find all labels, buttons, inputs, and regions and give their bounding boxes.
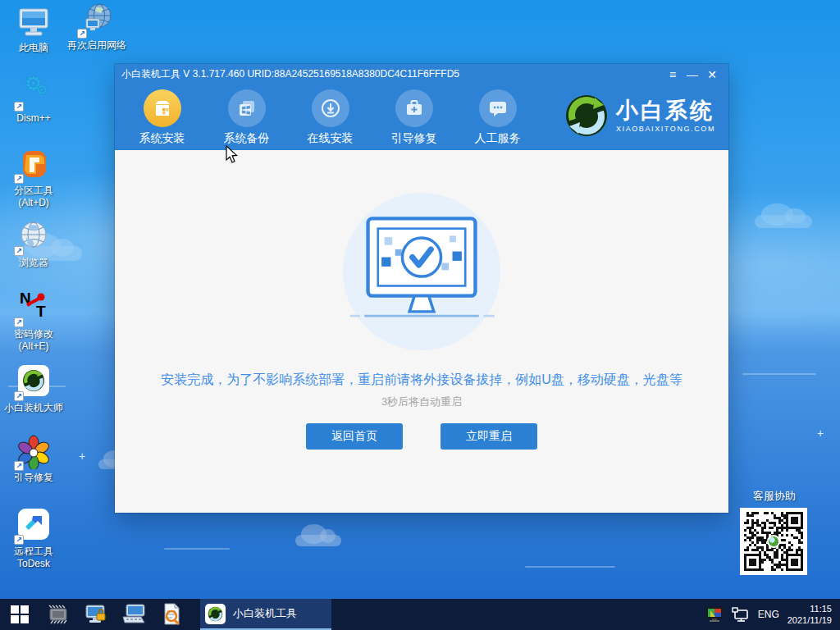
taskbar-item-chip[interactable]	[39, 599, 77, 630]
desktop-icon-label2: ToDesk	[0, 558, 69, 570]
desktop-icon-label: 引导修复	[0, 472, 69, 484]
shortcut-arrow-icon: ↗	[14, 391, 24, 401]
desktop-icon-label2: (Alt+D)	[0, 197, 69, 209]
tab-label: 系统备份	[204, 131, 289, 146]
desktop-icon-browser[interactable]: ↗ 浏览器	[0, 220, 69, 269]
brand-domain: XIAOBAIXITONG.COM	[616, 125, 715, 133]
tab-online-install[interactable]: 在线安装	[288, 89, 372, 146]
taskbar-clock[interactable]: 11:15 2021/11/19	[788, 603, 832, 626]
display-settings-icon[interactable]	[705, 606, 724, 623]
gears-icon: ⚙ ⚙ ↗	[16, 75, 51, 110]
desktop-icon-partition-tool[interactable]: ↗ 分区工具 (Alt+D)	[0, 148, 69, 209]
mouse-cursor	[226, 145, 239, 165]
taskbar-item-keyboard[interactable]	[115, 599, 153, 630]
desktop-icon-label2: (Alt+E)	[0, 340, 69, 353]
success-illustration	[343, 193, 500, 350]
desktop-icon-label: 分区工具	[0, 185, 69, 197]
desktop-icon-boot-repair[interactable]: ↗ 引导修复	[0, 435, 69, 484]
desktop-icon-xiaobai-master[interactable]: ↗ 小白装机大师	[0, 363, 69, 414]
desktop-icon-todesk[interactable]: ↗ 远程工具 ToDesk	[0, 507, 69, 570]
tab-system-install[interactable]: 系统安装	[120, 89, 204, 146]
qr-center-logo-icon	[767, 535, 780, 548]
qr-code	[740, 508, 807, 575]
sea-streak	[525, 566, 615, 568]
nt-password-icon: N T ↗	[16, 291, 51, 326]
start-button[interactable]	[0, 599, 39, 630]
desktop-icon-password-change[interactable]: N T ↗ 密码修改 (Alt+E)	[0, 291, 69, 353]
tab-label: 系统安装	[120, 131, 204, 146]
xiaobai-logo-icon	[205, 604, 226, 624]
install-box-icon	[144, 89, 181, 127]
taskbar-item-pc-lock[interactable]	[77, 599, 115, 630]
brand: 小白系统 XIAOBAIXITONG.COM	[565, 94, 715, 137]
network-status-icon[interactable]	[732, 607, 750, 622]
close-icon[interactable]: ✕	[702, 68, 722, 81]
button-row: 返回首页 立即重启	[115, 423, 728, 450]
partition-tool-icon: ↗	[16, 148, 51, 182]
shortcut-arrow-icon: ↗	[14, 461, 24, 471]
tab-label: 引导修复	[372, 131, 456, 146]
browser-globe-icon: ↗	[16, 220, 51, 254]
restart-countdown: 3秒后将自动重启	[115, 395, 728, 409]
windows-logo-icon	[11, 605, 29, 623]
window-titlebar: 小白装机工具 V 3.1.717.460 URID:88A24525169518…	[115, 64, 728, 84]
taskbar-app-label: 小白装机工具	[233, 606, 297, 621]
language-indicator[interactable]: ENG	[758, 609, 779, 620]
cloud	[295, 535, 341, 546]
tab-label: 人工服务	[455, 131, 540, 146]
window-nav: 系统安装 系统备份	[115, 84, 728, 150]
shortcut-arrow-icon: ↗	[14, 174, 24, 184]
xiaobai-logo-icon	[565, 94, 608, 137]
clock-time: 11:15	[788, 603, 832, 614]
shortcut-arrow-icon: ↗	[14, 246, 24, 256]
desktop-icon-label: 浏览器	[0, 257, 69, 269]
taskbar: 小白装机工具 ENG 11:15 2021/11/19	[0, 599, 840, 630]
shortcut-arrow-icon: ↗	[77, 29, 87, 39]
taskbar-item-search-doc[interactable]	[153, 599, 190, 630]
sparkle: +	[79, 450, 85, 463]
todesk-icon: ↗	[16, 509, 51, 543]
desktop-icon-network[interactable]: ↗ 再次启用网络	[62, 2, 132, 52]
menu-icon[interactable]: ≡	[663, 68, 682, 81]
tab-system-backup[interactable]: 系统备份	[204, 89, 289, 146]
tab-human-service[interactable]: 人工服务	[455, 89, 540, 146]
brand-name: 小白系统	[616, 98, 715, 123]
desktop-icon-this-pc[interactable]: 此电脑	[0, 5, 69, 54]
system-tray: ENG 11:15 2021/11/19	[705, 603, 840, 626]
desktop-icon-label: 小白装机大师	[0, 402, 69, 414]
chip-icon	[48, 605, 69, 624]
app-window: 小白装机工具 V 3.1.717.460 URID:88A24525169518…	[115, 64, 728, 513]
desktop-icon-label: Dism++	[0, 112, 69, 125]
search-document-icon	[162, 603, 181, 626]
desktop: + + 此电脑	[0, 0, 840, 599]
desktop-icon-dism[interactable]: ⚙ ⚙ ↗ Dism++	[0, 75, 69, 125]
window-content: 安装完成，为了不影响系统部署，重启前请将外接设备拔掉，例如U盘，移动硬盘，光盘等…	[115, 150, 728, 513]
support-panel: 客服协助	[740, 489, 809, 575]
clock-date: 2021/11/19	[788, 614, 832, 626]
sea-streak	[742, 373, 816, 375]
back-home-button[interactable]: 返回首页	[306, 423, 403, 450]
taskbar-item-active-app[interactable]: 小白装机工具	[200, 599, 331, 630]
completion-message: 安装完成，为了不影响系统部署，重启前请将外接设备拔掉，例如U盘，移动硬盘，光盘等	[115, 372, 728, 389]
shortcut-arrow-icon: ↗	[14, 317, 24, 327]
backup-windows-icon	[228, 89, 266, 127]
desktop-icon-label: 此电脑	[0, 42, 69, 54]
tab-boot-repair[interactable]: 引导修复	[372, 89, 456, 146]
monitor-lock-icon	[84, 604, 107, 625]
minimize-icon[interactable]: —	[682, 68, 702, 81]
chat-bubble-icon	[479, 89, 517, 127]
download-icon	[312, 89, 349, 127]
desktop-icon-label: 密码修改	[0, 328, 69, 340]
sparkle: +	[817, 427, 824, 440]
window-title: 小白装机工具 V 3.1.717.460 URID:88A24525169518…	[121, 67, 663, 81]
this-pc-icon	[16, 5, 51, 39]
restart-now-button[interactable]: 立即重启	[441, 423, 537, 450]
toolbox-icon	[395, 89, 433, 127]
network-globe-icon: ↗	[80, 2, 114, 37]
desktop-icon-label: 远程工具	[0, 546, 69, 558]
support-title: 客服协助	[740, 489, 809, 504]
cloud	[755, 215, 812, 228]
sea-streak	[164, 548, 230, 550]
shortcut-arrow-icon: ↗	[14, 535, 24, 545]
pinwheel-icon: ↗	[16, 435, 51, 469]
